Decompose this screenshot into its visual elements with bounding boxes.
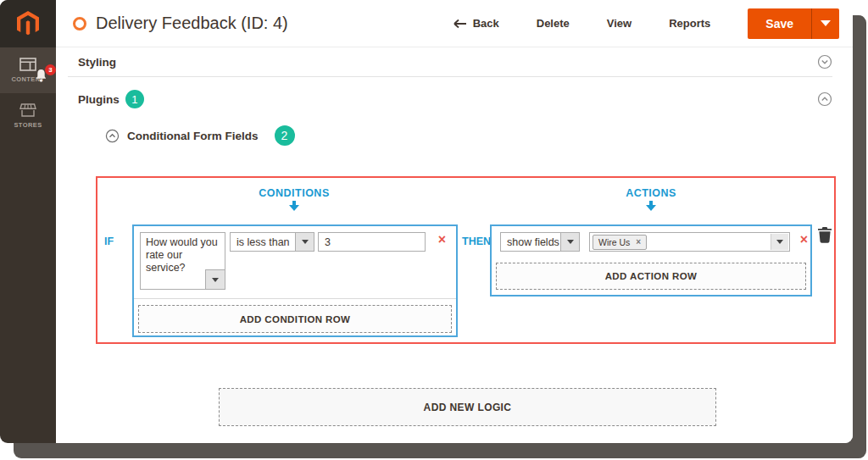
plugins-section-header: Plugins 1 — [78, 86, 832, 112]
conditions-footer-divider — [134, 298, 456, 299]
actions-column-header: ACTIONS — [490, 187, 812, 211]
back-label: Back — [473, 17, 499, 30]
condition-operator-dropdown-button[interactable] — [295, 233, 314, 251]
reports-button[interactable]: Reports — [669, 17, 710, 30]
back-button[interactable]: Back — [453, 17, 499, 30]
if-keyword: IF — [104, 236, 114, 247]
add-condition-row-button[interactable]: ADD CONDITION ROW — [138, 305, 452, 333]
page-title: Delivery Feedback (ID: 4) — [96, 14, 453, 33]
action-fields-multiselect[interactable]: Wire Us × — [589, 232, 790, 252]
conditions-header-label: CONDITIONS — [259, 187, 329, 199]
app-window: CONTENT 3 STORES Delivery Feedback (ID: — [0, 0, 853, 443]
form-status-icon — [73, 17, 86, 30]
admin-sidebar: CONTENT 3 STORES — [0, 0, 56, 443]
conditional-form-fields-title: Conditional Form Fields — [127, 130, 259, 142]
remove-tag-icon[interactable]: × — [636, 237, 641, 247]
delete-button[interactable]: Delete — [537, 17, 570, 30]
save-options-toggle[interactable] — [811, 8, 839, 39]
chevron-down-icon — [302, 240, 309, 244]
plugins-collapse-chevron-up-icon[interactable] — [817, 91, 832, 107]
page-header: Delivery Feedback (ID: 4) Back Delete Vi… — [56, 0, 853, 47]
condition-field-dropdown-button[interactable] — [205, 269, 225, 289]
conditions-column-header: CONDITIONS — [132, 187, 456, 211]
arrow-down-icon — [645, 201, 657, 211]
condition-value-input[interactable] — [318, 232, 426, 252]
view-button[interactable]: View — [607, 17, 632, 30]
logic-rule-container: CONDITIONS ACTIONS IF How would you rate… — [96, 176, 836, 344]
sidebar-item-label: STORES — [14, 121, 42, 129]
action-type-value: show fields — [501, 233, 560, 251]
chevron-down-icon — [212, 278, 219, 282]
remove-action-icon[interactable]: × — [800, 234, 808, 246]
view-label: View — [607, 17, 632, 30]
action-type-dropdown-button[interactable] — [560, 233, 579, 251]
main-content: Styling Plugins 1 Conditional Form Field — [56, 47, 853, 443]
chevron-down-icon — [821, 20, 831, 26]
styling-section-title: Styling — [78, 56, 116, 69]
magento-logo-icon — [17, 11, 39, 36]
selected-field-tag: Wire Us × — [593, 235, 647, 250]
step-badge-1: 1 — [125, 90, 144, 108]
content-icon — [19, 58, 36, 71]
styling-expand-chevron-down-icon[interactable] — [817, 54, 832, 69]
add-action-row-button[interactable]: ADD ACTION ROW — [496, 263, 806, 290]
fields-dropdown-button[interactable] — [771, 234, 788, 250]
save-split-button: Save — [748, 8, 839, 39]
actions-group: show fields Wire Us × × ADD ACTION ROW — [490, 224, 812, 297]
condition-operator-value: is less than — [231, 233, 295, 251]
action-type-select[interactable]: show fields — [500, 232, 580, 252]
plugins-section-title: Plugins — [78, 93, 120, 106]
condition-field-select[interactable]: How would you rate our service? — [140, 232, 225, 290]
delete-logic-trash-icon[interactable] — [818, 227, 832, 243]
selected-field-tag-label: Wire Us — [598, 237, 630, 247]
remove-condition-icon[interactable]: × — [438, 234, 446, 246]
stores-icon — [19, 103, 36, 117]
chevron-down-icon — [567, 240, 574, 244]
chevron-down-icon — [776, 240, 783, 244]
sidebar-item-stores[interactable]: STORES — [0, 93, 56, 139]
step-badge-2: 2 — [275, 125, 295, 146]
conditional-collapse-chevron-up-icon[interactable] — [105, 129, 120, 143]
sidebar-item-content[interactable]: CONTENT 3 — [0, 47, 56, 93]
notification-count-badge: 3 — [45, 64, 56, 75]
section-divider — [68, 76, 832, 77]
delete-label: Delete — [537, 17, 570, 30]
arrow-down-icon — [288, 201, 300, 211]
back-arrow-icon — [453, 19, 467, 29]
conditions-group: How would you rate our service? is less … — [132, 224, 458, 337]
add-new-logic-button[interactable]: ADD NEW LOGIC — [219, 388, 716, 426]
styling-section-header: Styling — [78, 49, 832, 75]
reports-label: Reports — [669, 17, 710, 30]
conditional-form-fields-header: Conditional Form Fields 2 — [105, 125, 295, 147]
condition-operator-select[interactable]: is less than — [230, 232, 314, 252]
then-keyword: THEN — [462, 236, 491, 247]
actions-header-label: ACTIONS — [626, 187, 676, 199]
magento-logo[interactable] — [0, 0, 56, 47]
save-button[interactable]: Save — [748, 8, 811, 39]
